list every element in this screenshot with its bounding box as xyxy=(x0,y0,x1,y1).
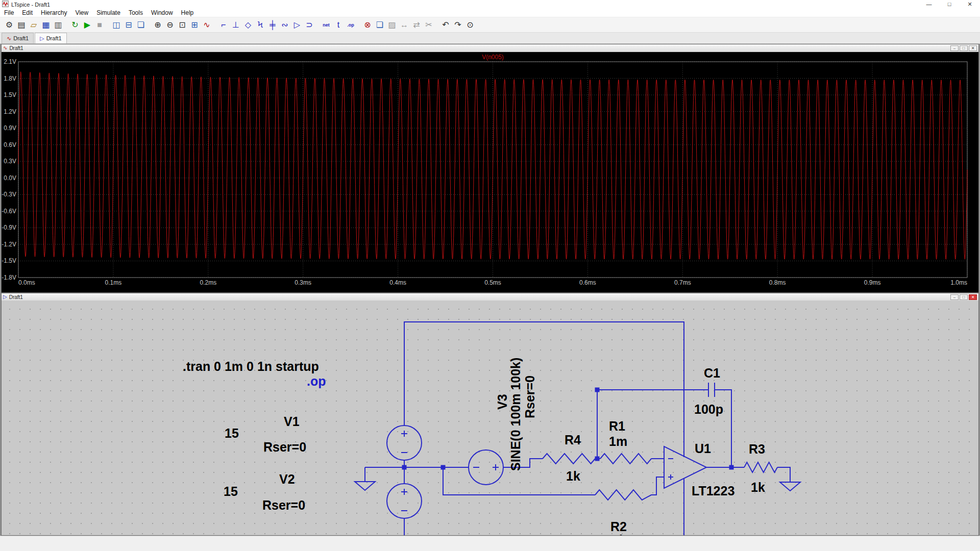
trace-legend-label[interactable]: V(n005) xyxy=(482,54,504,61)
y-tick-label: 0.0V xyxy=(4,174,16,182)
tab-draft1-2[interactable]: ▷Draft1 xyxy=(35,33,66,43)
schematic-label[interactable]: V1 xyxy=(284,414,300,429)
menu-view[interactable]: View xyxy=(71,9,92,16)
ground-symbol-1[interactable] xyxy=(355,482,375,490)
cut-icon[interactable]: ✂ xyxy=(423,19,435,31)
move-icon[interactable]: ↔ xyxy=(398,19,410,31)
maximize-button[interactable]: □ xyxy=(939,0,960,9)
control-panel-icon[interactable]: ⚙ xyxy=(3,19,15,31)
schematic-label[interactable]: Rser=0 xyxy=(262,498,305,512)
schematic-label[interactable]: U1 xyxy=(695,441,711,456)
open-icon[interactable]: ▱ xyxy=(28,19,40,31)
schematic-label[interactable]: SINE(0 100m 100k) xyxy=(508,358,523,471)
close-button[interactable]: ✕ xyxy=(960,0,980,9)
zoom-out-icon[interactable]: ⊖ xyxy=(164,19,176,31)
x-tick-label: 1.0ms xyxy=(950,279,967,286)
schematic-label[interactable]: R2 xyxy=(610,519,627,534)
waveform-close-button[interactable]: ✕ xyxy=(969,45,977,51)
copy-icon[interactable]: ❏ xyxy=(374,19,386,31)
wire-icon[interactable]: ⌐ xyxy=(217,19,230,31)
schematic-label[interactable]: 1k xyxy=(566,469,580,483)
paste-icon[interactable]: ▨ xyxy=(386,19,398,31)
waveform-plot[interactable]: 2.1V1.8V1.5V1.2V0.9V0.6V0.3V0.0V-0.3V-0.… xyxy=(2,52,978,292)
drag-icon[interactable]: ⇄ xyxy=(410,19,423,31)
waveform-window-title: Draft1 xyxy=(9,45,23,51)
waveform-minimize-button[interactable]: – xyxy=(950,45,959,51)
inductor-icon[interactable]: ∾ xyxy=(279,19,291,31)
schematic-label[interactable]: R4 xyxy=(565,433,581,447)
diode-icon[interactable]: ▷ xyxy=(291,19,303,31)
y-tick-label: 2.1V xyxy=(4,58,16,65)
tab-draft1-1[interactable]: ∿Draft1 xyxy=(2,33,34,43)
pan-icon[interactable]: ⊞ xyxy=(188,19,201,31)
menu-hierarchy[interactable]: Hierarchy xyxy=(37,9,71,16)
status-bar xyxy=(0,536,980,551)
menu-edit[interactable]: Edit xyxy=(18,9,37,16)
schematic-label[interactable]: C1 xyxy=(704,366,720,380)
menu-simulate[interactable]: Simulate xyxy=(92,9,125,16)
y-tick-label: 0.9V xyxy=(4,124,16,132)
cascade-windows-icon[interactable]: ❏ xyxy=(135,19,147,31)
schematic-label[interactable]: Rser=0 xyxy=(263,440,306,454)
waveform-maximize-button[interactable]: □ xyxy=(960,45,968,51)
search-icon[interactable]: ⊙ xyxy=(464,19,476,31)
x-tick-label: 0.3ms xyxy=(295,279,311,286)
voltage-source-v1[interactable] xyxy=(387,425,422,460)
run-icon[interactable]: ▶ xyxy=(81,19,93,31)
schematic-label[interactable]: 100p xyxy=(694,402,723,416)
resistor-r3[interactable] xyxy=(744,462,777,472)
save-icon[interactable]: ▦ xyxy=(40,19,52,31)
schematic-label[interactable]: Rser=0 xyxy=(523,375,537,418)
waveform-window-titlebar[interactable]: ∿ Draft1 – □ ✕ xyxy=(2,44,978,52)
schematic-canvas[interactable]: .tran 0 1m 0 1n startup.opV115Rser=0V215… xyxy=(2,301,978,535)
undo-icon[interactable]: ↶ xyxy=(439,19,452,31)
menu-file[interactable]: File xyxy=(0,9,18,16)
menu-window[interactable]: Window xyxy=(147,9,177,16)
menu-tools[interactable]: Tools xyxy=(125,9,147,16)
resistor-r2[interactable] xyxy=(595,490,651,500)
resistor-icon[interactable]: Ϟ xyxy=(254,19,266,31)
schematic-label[interactable]: LT1223 xyxy=(692,484,734,498)
net-label-icon[interactable]: ◇ xyxy=(242,19,254,31)
schematic-label[interactable]: 15 xyxy=(224,484,238,498)
refresh-icon[interactable]: ↻ xyxy=(69,19,81,31)
schematic-label[interactable]: 15 xyxy=(225,426,239,440)
minimize-button[interactable]: — xyxy=(919,0,939,9)
redo-icon[interactable]: ↷ xyxy=(452,19,464,31)
schematic-maximize-button[interactable]: □ xyxy=(960,294,968,300)
print-icon[interactable]: ▥ xyxy=(52,19,64,31)
net-name-icon[interactable]: net xyxy=(320,19,332,31)
waveform-icon[interactable]: ∿ xyxy=(201,19,213,31)
schematic-label[interactable]: .tran 0 1m 0 1n startup xyxy=(183,359,319,373)
schematic-label[interactable]: R1 xyxy=(609,419,625,433)
voltage-source-v3[interactable] xyxy=(469,450,503,485)
capacitor-icon[interactable]: ╪ xyxy=(266,19,279,31)
ground-symbol-2[interactable] xyxy=(780,482,800,491)
schematic-close-button[interactable]: ✕ xyxy=(969,294,977,300)
spice-directive-icon[interactable]: .op xyxy=(345,19,357,31)
resistor-r1[interactable] xyxy=(600,454,651,464)
schematic-label[interactable]: 1k xyxy=(751,480,765,494)
tile-horizontal-icon[interactable]: ⊟ xyxy=(122,19,135,31)
menu-help[interactable]: Help xyxy=(177,9,198,16)
zoom-in-icon[interactable]: ⊕ xyxy=(152,19,164,31)
schematic-minimize-button[interactable]: – xyxy=(950,294,959,300)
schematic-label[interactable]: 1k xyxy=(612,533,626,535)
voltage-source-v2[interactable] xyxy=(387,484,422,518)
halt-icon[interactable]: ■ xyxy=(93,19,106,31)
tile-vertical-icon[interactable]: ◫ xyxy=(110,19,122,31)
schematic-window-titlebar[interactable]: ▷ Draft1 – □ ✕ xyxy=(2,293,978,301)
new-schematic-icon[interactable]: ▤ xyxy=(15,19,28,31)
schematic-label[interactable]: V3 xyxy=(495,394,509,410)
schematic-label[interactable]: R3 xyxy=(749,442,765,456)
resistor-r4[interactable] xyxy=(543,454,595,464)
zoom-full-icon[interactable]: ⊡ xyxy=(176,19,188,31)
component-icon[interactable]: ⊃ xyxy=(303,19,315,31)
schematic-label[interactable]: V2 xyxy=(279,472,295,486)
delete-icon[interactable]: ⊗ xyxy=(361,19,374,31)
ground-icon[interactable]: ⊥ xyxy=(230,19,242,31)
schematic-label[interactable]: 1m xyxy=(609,434,627,448)
text-icon[interactable]: t xyxy=(332,19,345,31)
schematic-label[interactable]: .op xyxy=(307,374,326,388)
capacitor-c1[interactable] xyxy=(708,383,715,397)
